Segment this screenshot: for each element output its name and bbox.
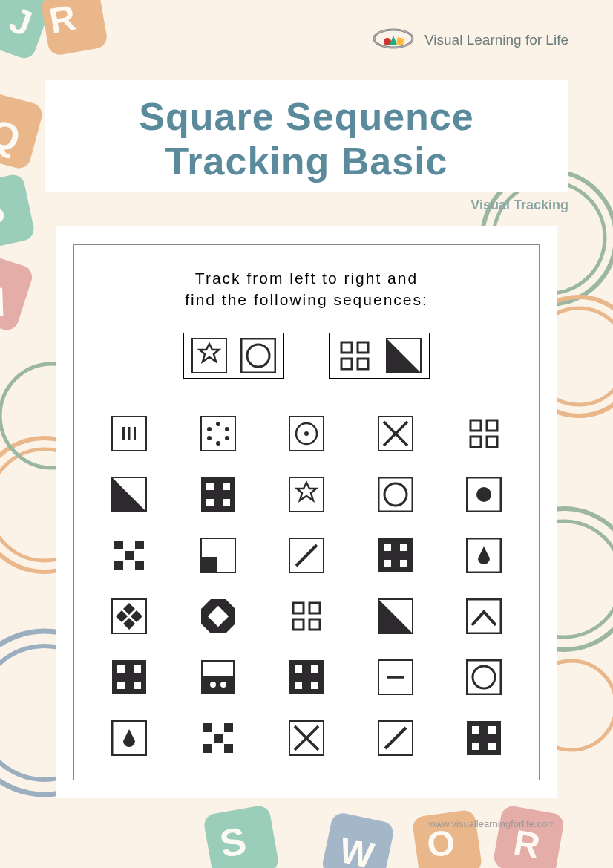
svg-rect-41 <box>341 359 352 369</box>
svg-rect-68 <box>201 477 235 512</box>
grid-row <box>111 598 502 634</box>
svg-marker-67 <box>113 478 145 511</box>
tile-solid-dot-icon <box>466 477 502 512</box>
svg-rect-89 <box>384 544 391 551</box>
svg-rect-90 <box>400 544 407 551</box>
svg-rect-106 <box>309 603 320 613</box>
tile-small-bl-icon <box>200 538 236 573</box>
tile-cross-dots-icon <box>466 720 502 756</box>
svg-rect-49 <box>201 417 235 451</box>
svg-rect-28 <box>492 804 565 868</box>
svg-rect-114 <box>134 665 141 673</box>
tile-grid <box>104 416 509 756</box>
svg-point-53 <box>216 441 220 446</box>
svg-rect-145 <box>488 743 496 750</box>
svg-marker-74 <box>297 483 316 500</box>
tile-drop-icon <box>466 538 502 573</box>
svg-rect-71 <box>206 499 214 506</box>
svg-rect-92 <box>400 560 407 567</box>
tile-peak-icon <box>466 598 502 634</box>
svg-rect-142 <box>472 726 479 734</box>
worksheet-border: Track from left to right and find the fo… <box>73 244 540 780</box>
svg-text:A: A <box>0 275 15 324</box>
svg-rect-46 <box>122 427 125 440</box>
svg-rect-72 <box>223 499 230 506</box>
tile-tri-bl-icon <box>386 338 422 373</box>
title-panel: Square Sequence Tracking Basic <box>45 80 568 192</box>
tile-four-small-icon <box>337 338 373 373</box>
svg-rect-135 <box>224 744 233 753</box>
brand-row: Visual Learning for Life <box>0 26 613 54</box>
eye-logo-icon <box>371 26 416 54</box>
svg-rect-65 <box>487 437 497 447</box>
svg-rect-83 <box>135 561 144 570</box>
svg-marker-44 <box>387 339 420 372</box>
brand-text: Visual Learning for Life <box>424 32 568 48</box>
svg-rect-116 <box>134 682 141 689</box>
svg-rect-85 <box>202 557 217 572</box>
svg-point-119 <box>210 682 216 688</box>
tile-cross-dots-icon <box>378 538 413 573</box>
svg-rect-108 <box>309 619 320 630</box>
instruction-line2: find the following sequences: <box>185 289 428 310</box>
svg-rect-121 <box>289 660 324 694</box>
svg-rect-40 <box>358 342 368 353</box>
tile-tri-bl-icon <box>378 598 413 634</box>
svg-rect-82 <box>114 561 123 570</box>
svg-rect-111 <box>467 599 501 633</box>
svg-rect-47 <box>128 427 131 440</box>
target-pair <box>183 333 284 379</box>
svg-rect-79 <box>114 541 123 549</box>
svg-point-55 <box>207 427 212 431</box>
tile-x-icon <box>378 416 413 451</box>
tile-four-small-icon <box>466 416 502 451</box>
tile-half-bottom-icon <box>200 659 236 695</box>
svg-rect-24 <box>321 811 396 868</box>
tile-star-icon <box>191 338 227 373</box>
title-line-1: Square Sequence <box>74 95 539 140</box>
svg-rect-123 <box>311 665 318 673</box>
tile-minus-icon <box>378 659 413 695</box>
svg-text:W: W <box>336 830 378 868</box>
svg-rect-91 <box>384 560 391 567</box>
svg-line-87 <box>296 545 317 566</box>
svg-marker-98 <box>131 610 142 622</box>
svg-rect-62 <box>471 420 481 431</box>
svg-rect-144 <box>472 743 479 750</box>
svg-marker-96 <box>123 618 135 630</box>
target-sequences <box>183 333 430 379</box>
svg-rect-34 <box>396 37 404 45</box>
tile-checker5-icon <box>111 538 147 573</box>
svg-point-129 <box>473 666 495 688</box>
svg-rect-143 <box>488 726 496 734</box>
tile-circle-icon <box>378 477 413 512</box>
title-line-2: Tracking Basic <box>74 140 539 184</box>
svg-marker-110 <box>379 600 412 633</box>
tile-star-icon <box>289 477 324 512</box>
svg-point-78 <box>476 487 491 502</box>
subtitle: Visual Tracking <box>0 192 613 213</box>
svg-rect-133 <box>214 734 223 743</box>
tile-four-small-icon <box>289 598 324 634</box>
tile-dots6-icon <box>200 416 236 451</box>
tile-cross-dots-icon <box>200 477 236 512</box>
svg-rect-63 <box>487 420 497 431</box>
header: Visual Learning for Life Square Sequence… <box>0 0 613 213</box>
svg-rect-20 <box>0 249 35 333</box>
svg-point-120 <box>220 682 226 688</box>
grid-row <box>111 477 502 512</box>
tile-oct-corners-icon <box>200 598 236 634</box>
svg-rect-134 <box>203 744 212 753</box>
worksheet-card: Track from left to right and find the fo… <box>56 226 557 798</box>
svg-rect-64 <box>471 437 481 447</box>
svg-rect-22 <box>203 804 280 868</box>
target-pair <box>329 333 430 379</box>
svg-rect-112 <box>112 660 146 694</box>
svg-line-140 <box>385 728 406 748</box>
instruction: Track from left to right and find the fo… <box>185 267 428 311</box>
svg-rect-115 <box>117 682 125 689</box>
svg-rect-105 <box>293 603 304 613</box>
svg-marker-95 <box>123 603 135 615</box>
svg-rect-48 <box>134 427 136 440</box>
svg-text:S: S <box>217 819 249 866</box>
